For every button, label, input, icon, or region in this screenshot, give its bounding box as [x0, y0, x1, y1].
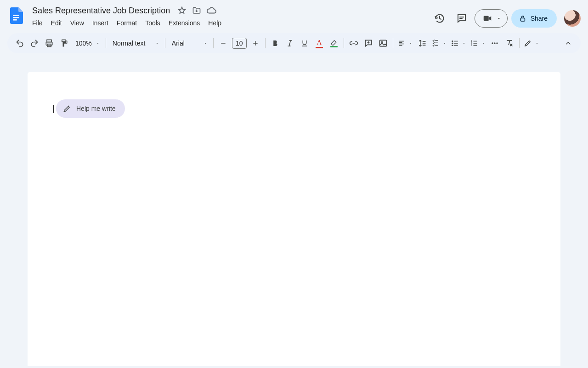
zoom-select[interactable]: 100%	[72, 36, 103, 50]
header-actions: Share	[430, 9, 581, 28]
more-options-button[interactable]	[488, 36, 502, 50]
account-avatar[interactable]	[564, 10, 581, 27]
svg-rect-15	[454, 45, 458, 46]
zoom-value: 100%	[75, 40, 92, 47]
chevron-down-icon	[441, 41, 448, 46]
menu-view[interactable]: View	[67, 17, 88, 29]
open-comments-icon[interactable]	[452, 9, 471, 28]
chevron-down-icon	[155, 41, 159, 46]
svg-rect-13	[454, 41, 458, 42]
svg-rect-1	[13, 17, 19, 18]
separator	[106, 38, 106, 48]
svg-point-10	[452, 40, 453, 42]
share-button[interactable]: Share	[511, 9, 557, 28]
highlight-color-button[interactable]	[327, 36, 341, 50]
meet-button[interactable]	[475, 9, 508, 28]
separator	[519, 38, 520, 48]
svg-rect-3	[483, 16, 488, 21]
separator	[265, 38, 266, 48]
lock-icon	[519, 14, 527, 23]
clear-formatting-button[interactable]	[503, 36, 516, 50]
help-me-write-label: Help me write	[76, 105, 116, 112]
svg-point-21	[496, 42, 498, 44]
help-me-write-button[interactable]: Help me write	[56, 99, 125, 118]
bold-button[interactable]	[268, 36, 282, 50]
svg-point-19	[492, 42, 493, 44]
document-title[interactable]: Sales Representative Job Description	[29, 5, 173, 17]
font-family-value: Arial	[172, 40, 185, 47]
chevron-down-icon	[407, 41, 414, 46]
redo-button[interactable]	[28, 36, 41, 50]
chevron-down-icon	[460, 41, 468, 46]
menu-extensions[interactable]: Extensions	[165, 17, 204, 29]
svg-rect-8	[379, 40, 386, 46]
paragraph-style-select[interactable]: Normal text	[109, 36, 162, 50]
font-size-value: 10	[236, 40, 243, 47]
toolbar: 100% Normal text Arial 10 A	[7, 33, 581, 53]
chevron-down-icon	[533, 41, 541, 46]
line-spacing-button[interactable]	[415, 36, 429, 50]
collapse-toolbar-button[interactable]	[561, 36, 575, 50]
chevron-down-icon	[203, 41, 208, 46]
paragraph-style-value: Normal text	[113, 40, 146, 47]
align-menu[interactable]	[396, 36, 414, 50]
svg-point-11	[452, 43, 453, 44]
menu-edit[interactable]: Edit	[47, 17, 66, 29]
numbered-list-icon: 123	[469, 36, 480, 50]
separator	[393, 38, 393, 48]
chevron-down-icon	[96, 41, 100, 46]
separator	[213, 38, 214, 48]
svg-point-20	[494, 42, 495, 44]
menu-format[interactable]: Format	[113, 17, 141, 29]
chevron-down-icon	[496, 16, 502, 21]
checklist-menu[interactable]	[430, 36, 448, 50]
star-icon[interactable]	[176, 5, 187, 16]
text-color-button[interactable]: A	[312, 36, 326, 50]
align-icon	[396, 36, 407, 50]
insert-image-button[interactable]	[376, 36, 390, 50]
numbered-list-menu[interactable]: 123	[469, 36, 487, 50]
increase-font-size-button[interactable]	[249, 36, 262, 50]
decrease-font-size-button[interactable]	[216, 36, 230, 50]
menu-help[interactable]: Help	[204, 17, 225, 29]
editing-mode-menu[interactable]	[522, 36, 541, 50]
underline-button[interactable]	[298, 36, 311, 50]
cloud-saved-icon[interactable]	[206, 5, 217, 16]
document-page[interactable]: Help me write	[28, 72, 560, 366]
video-icon	[482, 13, 492, 23]
insert-link-button[interactable]	[347, 36, 361, 50]
bulleted-list-menu[interactable]	[449, 36, 468, 50]
menu-file[interactable]: File	[29, 17, 46, 29]
chevron-down-icon	[480, 41, 487, 46]
menubar: File Edit View Insert Format Tools Exten…	[29, 17, 430, 29]
paint-format-button[interactable]	[57, 36, 71, 50]
font-family-select[interactable]: Arial	[168, 36, 210, 50]
bulleted-list-icon	[449, 36, 460, 50]
last-edit-icon[interactable]	[430, 9, 449, 28]
magic-pencil-icon	[62, 104, 72, 113]
share-label: Share	[531, 15, 548, 22]
italic-button[interactable]	[283, 36, 297, 50]
svg-point-12	[452, 45, 453, 46]
document-canvas[interactable]: Help me write	[0, 53, 588, 366]
docs-logo[interactable]	[7, 6, 26, 25]
add-comment-button[interactable]	[362, 36, 375, 50]
svg-rect-2	[13, 19, 17, 20]
print-button[interactable]	[42, 36, 56, 50]
pencil-icon	[522, 36, 533, 50]
svg-rect-4	[520, 18, 525, 21]
text-cursor	[53, 105, 54, 113]
title-area: Sales Representative Job Description Fil…	[26, 4, 430, 29]
font-size-input[interactable]: 10	[232, 38, 247, 49]
checklist-icon	[430, 36, 441, 50]
undo-button[interactable]	[13, 36, 27, 50]
app-header: Sales Representative Job Description Fil…	[0, 0, 588, 29]
menu-tools[interactable]: Tools	[141, 17, 164, 29]
svg-rect-0	[13, 15, 19, 16]
move-icon[interactable]	[191, 5, 202, 16]
separator	[165, 38, 165, 48]
menu-insert[interactable]: Insert	[89, 17, 112, 29]
svg-rect-14	[454, 43, 458, 44]
separator	[344, 38, 344, 48]
svg-text:3: 3	[471, 44, 472, 46]
